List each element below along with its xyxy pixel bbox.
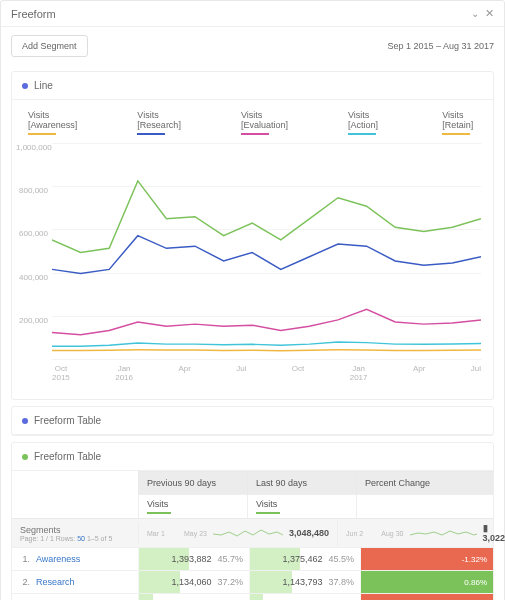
legend-item[interactable]: Visits [Evaluation] <box>241 110 288 135</box>
col-header-last[interactable]: Last 90 days <box>247 471 356 494</box>
percent-change-cell: 0.86% <box>360 571 493 593</box>
segment-name: Research <box>36 577 75 587</box>
panel-title: Freeform <box>11 8 56 20</box>
col-header-percent-change[interactable]: Percent Change <box>356 471 493 494</box>
drag-handle-icon <box>22 454 28 460</box>
chart-legend: Visits [Awareness]Visits [Research]Visit… <box>12 100 493 139</box>
percent-change-cell: -4.01% <box>360 594 493 600</box>
table-row[interactable]: 2.Research1,134,06037.2%1,143,79337.8%0.… <box>12 570 493 593</box>
total-previous: 3,048,480 <box>289 528 329 538</box>
line-section: Line Visits [Awareness]Visits [Research]… <box>11 71 494 400</box>
line-chart: 1,000,000800,000600,000400,000200,000 Oc… <box>52 143 481 383</box>
line-section-header[interactable]: Line <box>12 72 493 100</box>
rows-per-page-link[interactable]: 50 <box>77 535 85 542</box>
freeform-table-section-collapsed: Freeform Table <box>11 406 494 436</box>
legend-item[interactable]: Visits [Awareness] <box>28 110 77 135</box>
freeform-table-header-collapsed[interactable]: Freeform Table <box>12 407 493 435</box>
total-last: ▮ 3,022,544 <box>483 523 505 543</box>
panel-header: Freeform ⌄ ✕ <box>1 1 504 27</box>
freeform-panel: Freeform ⌄ ✕ Add Segment Sep 1 2015 – Au… <box>0 0 505 600</box>
segments-label: Segments <box>20 525 130 535</box>
segment-name: Awareness <box>36 554 80 564</box>
table-row[interactable]: 1.Awareness1,393,88245.7%1,375,46245.5%-… <box>12 547 493 570</box>
drag-handle-icon <box>22 83 28 89</box>
close-icon[interactable]: ✕ <box>485 7 494 20</box>
add-segment-button[interactable]: Add Segment <box>11 35 88 57</box>
legend-item[interactable]: Visits [Action] <box>348 110 382 135</box>
subheader-visits-prev: Visits <box>138 494 247 518</box>
freeform-table-title-collapsed: Freeform Table <box>34 415 101 426</box>
freeform-table-section: Freeform Table Previous 90 days Last 90 … <box>11 442 494 600</box>
col-header-previous[interactable]: Previous 90 days <box>138 471 247 494</box>
legend-item[interactable]: Visits [Research] <box>137 110 181 135</box>
drag-handle-icon <box>22 418 28 424</box>
panel-toolbar: Add Segment Sep 1 2015 – Aug 31 2017 <box>1 27 504 65</box>
date-range-label[interactable]: Sep 1 2015 – Aug 31 2017 <box>387 41 494 51</box>
table-totals-row: Segments Page: 1 / 1 Rows: 50 1–5 of 5 M… <box>12 518 493 547</box>
subheader-visits-last: Visits <box>247 494 356 518</box>
freeform-table-header[interactable]: Freeform Table <box>12 443 493 471</box>
collapse-chevron-icon[interactable]: ⌄ <box>471 8 479 19</box>
freeform-table-title: Freeform Table <box>34 451 101 462</box>
table-row[interactable]: 3.Evaluation376,98712.4%361,86012.0%-4.0… <box>12 593 493 600</box>
legend-item[interactable]: Visits [Retain] <box>442 110 477 135</box>
percent-change-cell: -1.32% <box>360 548 493 570</box>
line-section-title: Line <box>34 80 53 91</box>
